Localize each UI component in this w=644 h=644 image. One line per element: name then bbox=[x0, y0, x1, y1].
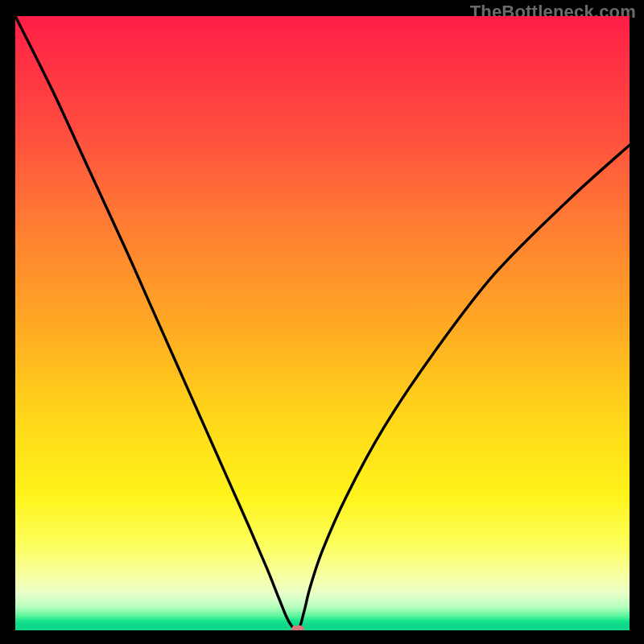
plot-area bbox=[15, 16, 630, 630]
minimum-marker bbox=[291, 625, 304, 630]
chart-frame: TheBottleneck.com bbox=[0, 0, 644, 644]
chart-svg bbox=[15, 16, 630, 630]
bottleneck-curve-line bbox=[15, 16, 630, 630]
